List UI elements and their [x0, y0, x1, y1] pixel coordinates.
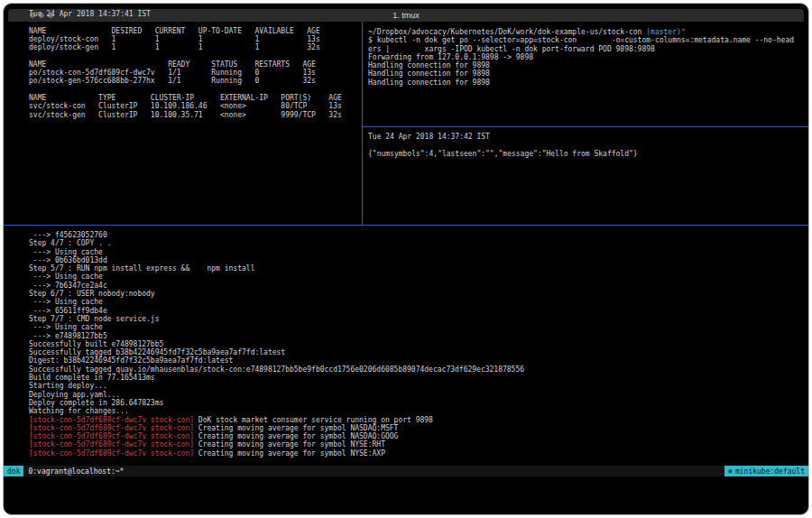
- pod-log-line: [stock-con-5d7df689cf-dwc7v stock-con] C…: [29, 424, 805, 432]
- screenshot-canvas: 1. tmux Tue 24 Apr 2018 14:37:41 IST NAM…: [0, 0, 812, 518]
- pod-log-prefix: [stock-con-5d7df689cf-dwc7v stock-con]: [29, 416, 194, 424]
- blank-line: [368, 141, 805, 149]
- pod-log-prefix: [stock-con-5d7df689cf-dwc7v stock-con]: [29, 440, 194, 449]
- pod-log-text: DoK stock market consumer service runnin…: [194, 416, 433, 424]
- pane-service-response[interactable]: Tue 24 Apr 2018 14:37:42 IST {"numsymbol…: [363, 127, 808, 225]
- pod-log-text: Creating moving average for symbol NYSE:…: [194, 440, 385, 449]
- shell-prompt-line: ~/Dropbox/advocacy/Kubernetes/DoK/work/d…: [368, 28, 805, 36]
- tmux-status-right: ☸minikube:default: [724, 466, 808, 476]
- terminal-window: 1. tmux Tue 24 Apr 2018 14:37:41 IST NAM…: [3, 3, 809, 515]
- kube-context-label: minikube:default: [735, 467, 805, 476]
- tmux-session-name: dok: [4, 466, 23, 476]
- kubernetes-icon: ☸: [728, 467, 733, 476]
- response-timestamp: Tue 24 Apr 2018 14:37:42 IST: [368, 133, 805, 141]
- pane-port-forward[interactable]: ~/Dropbox/advocacy/Kubernetes/DoK/work/d…: [363, 22, 808, 126]
- port-forward-output: $ kubectl -n dok get po --selector=app=s…: [368, 36, 805, 87]
- pod-log-line: [stock-con-5d7df689cf-dwc7v stock-con] C…: [29, 440, 805, 449]
- pod-log-text: Creating moving average for symbol NASDA…: [194, 424, 398, 432]
- pod-log-prefix: [stock-con-5d7df689cf-dwc7v stock-con]: [29, 424, 194, 432]
- pod-log-line: [stock-con-5d7df689cf-dwc7v stock-con] C…: [29, 449, 805, 458]
- prompt-path: ~/Dropbox/advocacy/Kubernetes/DoK/work/d…: [368, 28, 646, 36]
- pod-log-line: [stock-con-5d7df689cf-dwc7v stock-con] C…: [29, 432, 805, 440]
- pane-kubectl-resources[interactable]: Tue 24 Apr 2018 14:37:41 IST NAME DESIRE…: [4, 4, 362, 207]
- statusbar-spacer: [128, 466, 724, 476]
- service-json-output: {"numsymbols":4,"lastseen":"","message":…: [368, 150, 805, 158]
- pod-log-line: [stock-con-5d7df689cf-dwc7v stock-con] D…: [29, 416, 805, 424]
- docker-build-output: ---> f45623052760 Step 4/7 : COPY . . --…: [29, 231, 805, 416]
- pod-log-prefix: [stock-con-5d7df689cf-dwc7v stock-con]: [29, 449, 194, 458]
- pod-log-text: Creating moving average for symbol NYSE:…: [194, 449, 385, 458]
- git-dirty-marker: *: [681, 28, 686, 36]
- pod-log-text: Creating moving average for symbol NASDA…: [194, 432, 398, 440]
- kubectl-resources-output: Tue 24 Apr 2018 14:37:41 IST NAME DESIRE…: [29, 10, 358, 119]
- pane-skaffold-build[interactable]: ---> f45623052760 Step 4/7 : COPY . . --…: [4, 226, 808, 466]
- tmux-status-bar: dok 0:vagrant@localhost:~* ☸minikube:def…: [4, 466, 808, 476]
- pod-log-prefix: [stock-con-5d7df689cf-dwc7v stock-con]: [29, 432, 194, 440]
- tmux-window-item[interactable]: 0:vagrant@localhost:~*: [23, 466, 128, 476]
- git-branch: (master): [646, 28, 681, 36]
